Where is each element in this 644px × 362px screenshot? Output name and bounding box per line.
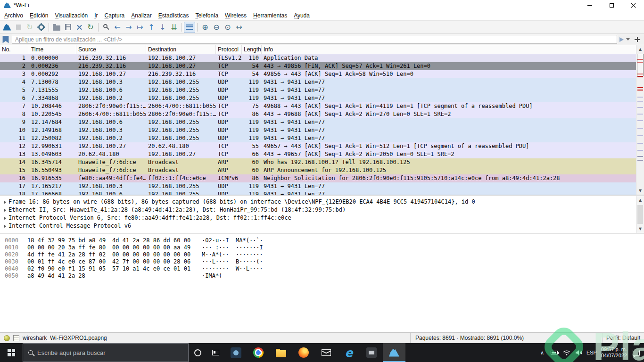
taskbar-clock[interactable]: 09:57 p. m. 04/07/2022 bbox=[598, 346, 630, 359]
resize-columns-button[interactable]: ↔ bbox=[233, 22, 245, 33]
menu-item-analizar[interactable]: Analizar bbox=[128, 11, 155, 20]
taskbar-chrome-button[interactable] bbox=[247, 343, 270, 362]
packet-row-18[interactable]: 1817.166668192.168.100.6192.168.100.255U… bbox=[0, 190, 636, 195]
taskbar-search-input[interactable] bbox=[37, 349, 183, 356]
capture-options-button[interactable] bbox=[35, 22, 47, 33]
packet-row-14[interactable]: 1416.345714HuaweiTe_f7:6d:ceBroadcastARP… bbox=[0, 158, 636, 166]
menu-item-telefonia[interactable]: Telefonía bbox=[192, 11, 222, 20]
packet-row-7[interactable]: 710.2084462806:2f0:90e0:f115:…2606:4700:… bbox=[0, 102, 636, 110]
detail-row-0[interactable]: Frame 16: 86 bytes on wire (688 bits), 8… bbox=[1, 198, 636, 206]
filter-bookmark-icon[interactable] bbox=[2, 36, 9, 43]
packet-row-3[interactable]: 30.000292192.168.100.27216.239.32.116TCP… bbox=[0, 70, 636, 78]
capture-comment-icon[interactable] bbox=[13, 335, 19, 341]
packet-row-11[interactable]: 1112.250082192.168.100.2192.168.100.255U… bbox=[0, 134, 636, 142]
hex-line-0050[interactable]: 0050a8 49 4d 41 2a 28·IMA*( bbox=[5, 272, 644, 280]
menu-item-herramientas[interactable]: Herramientas bbox=[250, 11, 290, 20]
cortana-button[interactable] bbox=[189, 343, 206, 362]
column-header-source[interactable]: Source bbox=[76, 45, 146, 54]
maximize-button[interactable] bbox=[601, 0, 622, 10]
menu-item-ir[interactable]: Ir bbox=[91, 11, 101, 20]
menu-item-ayuda[interactable]: Ayuda bbox=[290, 11, 313, 20]
expand-arrow-icon[interactable] bbox=[1, 224, 8, 228]
start-button[interactable] bbox=[0, 343, 23, 362]
packet-row-13[interactable]: 1313.04960320.62.48.180192.168.100.27TCP… bbox=[0, 150, 636, 158]
minimize-button[interactable] bbox=[579, 0, 601, 10]
taskbar-wireshark-button[interactable] bbox=[383, 343, 405, 362]
reload-file-button[interactable]: ↻ bbox=[85, 22, 96, 33]
column-header-destination[interactable]: Destination bbox=[146, 45, 216, 54]
close-file-button[interactable] bbox=[74, 22, 85, 33]
packet-scrollbar-thumb[interactable] bbox=[637, 54, 644, 76]
zoom-out-button[interactable]: ⊖ bbox=[211, 22, 222, 33]
volume-button[interactable] bbox=[573, 343, 585, 362]
details-scroll-down-icon[interactable]: ▼ bbox=[636, 225, 644, 233]
hex-line-0020[interactable]: 00204d ff fe 41 2a 28 ff 0200 00 00 00 0… bbox=[5, 251, 644, 258]
go-to-packet-button[interactable]: ↦ bbox=[134, 22, 146, 33]
packet-row-8[interactable]: 810.2205452606:4700::6811:b0552806:2f0:9… bbox=[0, 110, 636, 118]
hex-line-0010[interactable]: 001000 00 00 20 3a ff fe 8000 00 00 00 0… bbox=[5, 244, 644, 251]
packet-row-16[interactable]: 1616.916535fe80::aa49:4dff:fe4…ff02::1:f… bbox=[0, 174, 636, 182]
packet-row-17[interactable]: 1717.165217192.168.100.3192.168.100.255U… bbox=[0, 182, 636, 190]
expand-arrow-icon[interactable] bbox=[1, 208, 8, 212]
battery-button[interactable] bbox=[548, 343, 561, 362]
column-header-no[interactable]: No. bbox=[0, 45, 29, 54]
menu-item-estadisticas[interactable]: Estadísticas bbox=[155, 11, 192, 20]
packet-row-4[interactable]: 47.130078192.168.100.3192.168.100.255UDP… bbox=[0, 78, 636, 86]
start-capture-button[interactable] bbox=[1, 22, 13, 33]
packet-scrollbar-track[interactable] bbox=[636, 53, 644, 187]
details-scroll-up-icon[interactable]: ▲ bbox=[636, 196, 644, 204]
column-header-length[interactable]: Length bbox=[242, 45, 262, 54]
taskbar-edge-button[interactable] bbox=[338, 343, 360, 362]
restart-capture-button[interactable]: ↻ bbox=[24, 22, 35, 33]
detail-row-2[interactable]: Internet Protocol Version 6, Src: fe80::… bbox=[1, 214, 636, 222]
expand-arrow-icon[interactable] bbox=[1, 216, 8, 220]
auto-scroll-button[interactable]: ⇊ bbox=[168, 22, 180, 33]
scroll-down-icon[interactable]: ▼ bbox=[636, 187, 644, 195]
menu-item-archivo[interactable]: Archivo bbox=[1, 11, 26, 20]
detail-row-1[interactable]: Ethernet II, Src: HuaweiTe_41:2a:28 (a8:… bbox=[1, 206, 636, 214]
colorize-packets-button[interactable] bbox=[184, 22, 195, 33]
packet-row-12[interactable]: 1212.990631192.168.100.2720.62.48.180TCP… bbox=[0, 142, 636, 150]
taskbar-file-explorer-button[interactable] bbox=[270, 343, 292, 362]
display-filter-input[interactable] bbox=[12, 35, 617, 44]
go-first-button[interactable]: ↑ bbox=[146, 22, 157, 33]
menu-item-visualizacion[interactable]: Visualización bbox=[51, 11, 91, 20]
packet-row-2[interactable]: 20.000236216.239.32.116192.168.100.27TCP… bbox=[0, 62, 636, 70]
hex-line-0040[interactable]: 004002 f0 90 e0 f1 15 91 0557 10 a1 4c e… bbox=[5, 265, 644, 272]
close-button[interactable] bbox=[622, 0, 644, 10]
column-header-protocol[interactable]: Protocol bbox=[216, 45, 242, 54]
taskbar-unknown-app-1-button[interactable] bbox=[224, 343, 247, 362]
details-scrollbar[interactable]: ▲ ▼ bbox=[636, 196, 644, 233]
packet-row-10[interactable]: 1012.149168192.168.100.3192.168.100.255U… bbox=[0, 126, 636, 134]
save-file-button[interactable] bbox=[62, 22, 74, 33]
hidden-icons-button[interactable]: ∧ bbox=[536, 343, 548, 362]
scroll-up-icon[interactable]: ▲ bbox=[636, 45, 644, 53]
packet-row-15[interactable]: 1516.550493HuaweiTe_f7:6d:ceBroadcastARP… bbox=[0, 166, 636, 174]
menu-item-wireless[interactable]: Wireless bbox=[222, 11, 250, 20]
taskbar-search[interactable] bbox=[23, 343, 189, 362]
action-center-button[interactable] bbox=[630, 343, 642, 362]
packet-row-1[interactable]: 10.000000216.239.32.116192.168.100.27TLS… bbox=[0, 54, 636, 62]
apply-filter-icon[interactable] bbox=[619, 37, 624, 42]
packet-scrollbar[interactable]: ▲ ▼ bbox=[636, 45, 644, 195]
profile-selector[interactable]: Perfil: Default bbox=[603, 335, 644, 341]
packet-row-5[interactable]: 57.131555192.168.100.6192.168.100.255UDP… bbox=[0, 86, 636, 94]
menu-item-edicion[interactable]: Edición bbox=[26, 11, 51, 20]
taskbar-firefox-button[interactable] bbox=[292, 343, 315, 362]
find-packet-button[interactable] bbox=[100, 22, 112, 33]
network-button[interactable] bbox=[561, 343, 573, 362]
details-scrollbar-track[interactable] bbox=[636, 204, 644, 225]
column-header-info[interactable]: Info bbox=[262, 45, 636, 54]
go-back-button[interactable]: ← bbox=[112, 22, 123, 33]
filter-dropdown-caret-icon[interactable] bbox=[626, 38, 630, 41]
language-indicator[interactable]: ESP bbox=[585, 343, 598, 362]
hex-line-0000[interactable]: 000018 4f 32 99 75 bd a8 494d 41 2a 28 8… bbox=[5, 237, 644, 244]
open-file-button[interactable] bbox=[51, 22, 62, 33]
menu-item-captura[interactable]: Captura bbox=[101, 11, 128, 20]
packet-row-9[interactable]: 912.147684192.168.100.6192.168.100.255UD… bbox=[0, 118, 636, 126]
go-last-button[interactable]: ↓ bbox=[157, 22, 168, 33]
detail-row-3[interactable]: Internet Control Message Protocol v6 bbox=[1, 222, 636, 230]
packet-row-6[interactable]: 67.334868192.168.100.2192.168.100.255UDP… bbox=[0, 94, 636, 102]
taskbar-unknown-app-2-button[interactable] bbox=[360, 343, 383, 362]
zoom-in-button[interactable]: ⊕ bbox=[199, 22, 211, 33]
